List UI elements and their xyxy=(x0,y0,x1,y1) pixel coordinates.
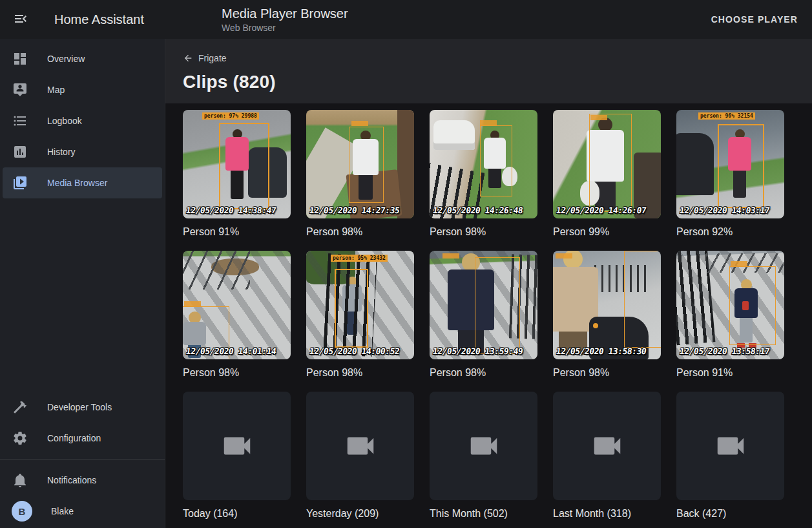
clip-card[interactable]: person: 97% 29988 12/05/2020 14:38:47 Pe… xyxy=(183,110,291,251)
clip-card[interactable]: person: 95% 23432 12/05/2020 14:00:52 Pe… xyxy=(306,251,414,392)
clip-label: Person 99% xyxy=(553,226,661,238)
folder-thumbnail[interactable] xyxy=(553,392,661,500)
detection-box xyxy=(219,123,269,209)
clip-card[interactable]: 12/05/2020 14:01:14 Person 98% xyxy=(183,251,291,392)
clip-card[interactable]: 12/05/2020 14:27:35 Person 98% xyxy=(306,110,414,251)
clip-card[interactable]: 12/05/2020 13:58:30 Person 98% xyxy=(553,251,661,392)
folder-card-this-month[interactable]: This Month (502) xyxy=(430,392,537,528)
folder-card-back[interactable]: Back (427) xyxy=(676,392,784,528)
sidebar-item-developer-tools[interactable]: Developer Tools xyxy=(3,392,162,423)
detection-box xyxy=(729,266,776,345)
clip-label: Person 91% xyxy=(676,366,784,379)
video-camera-icon xyxy=(590,428,625,463)
detection-tag xyxy=(442,253,459,259)
sidebar-item-map[interactable]: Map xyxy=(3,74,162,105)
clip-label: Person 98% xyxy=(306,226,414,238)
media-browser-title: Media Player Browser xyxy=(222,6,348,21)
folder-label: Yesterday (209) xyxy=(306,507,414,520)
clip-thumbnail[interactable]: 12/05/2020 13:58:30 xyxy=(553,251,661,359)
clip-thumbnail[interactable]: person: 95% 23432 12/05/2020 14:00:52 xyxy=(306,251,414,359)
sidebar-item-media-browser[interactable]: Media Browser xyxy=(3,167,162,198)
detection-tag xyxy=(556,253,572,259)
user-name: Blake xyxy=(51,506,74,516)
clip-timestamp: 12/05/2020 13:59:49 xyxy=(432,346,523,356)
sidebar-item-logbook[interactable]: Logbook xyxy=(3,105,162,136)
clip-card[interactable]: 12/05/2020 13:59:49 Person 98% xyxy=(430,251,537,392)
folder-label: Today (164) xyxy=(183,507,291,520)
clip-card[interactable]: person: 96% 32154 12/05/2020 14:03:17 Pe… xyxy=(676,110,784,251)
sidebar-item-configuration[interactable]: Configuration xyxy=(3,423,162,454)
sidebar-item-notifications[interactable]: Notifications xyxy=(3,465,162,496)
detection-tag xyxy=(590,115,607,120)
breadcrumb-back[interactable]: Frigate xyxy=(183,53,227,63)
folder-thumbnail[interactable] xyxy=(183,392,291,500)
folder-label: This Month (502) xyxy=(430,507,537,520)
clip-timestamp: 12/05/2020 13:58:30 xyxy=(556,346,647,356)
sidebar-item-label: History xyxy=(47,147,76,157)
dashboard-icon xyxy=(12,51,28,67)
sidebar-item-label: Logbook xyxy=(47,116,82,126)
clip-thumbnail[interactable]: 12/05/2020 14:26:48 xyxy=(430,110,537,218)
clip-card[interactable]: 12/05/2020 14:26:07 Person 99% xyxy=(553,110,661,251)
sidebar-item-profile[interactable]: B Blake xyxy=(3,496,162,527)
content-header: Frigate Clips (820) xyxy=(165,39,812,103)
clip-timestamp: 12/05/2020 14:26:07 xyxy=(556,206,647,215)
app-title: Home Assistant xyxy=(54,0,144,39)
folder-thumbnail[interactable] xyxy=(676,392,784,500)
clip-label: Person 98% xyxy=(430,226,537,238)
detection-tag xyxy=(184,301,201,306)
video-camera-icon xyxy=(713,428,748,463)
clip-card[interactable]: 12/05/2020 14:26:48 Person 98% xyxy=(430,110,537,251)
detection-tag xyxy=(731,261,747,266)
clip-label: Person 98% xyxy=(430,366,537,379)
clip-thumbnail[interactable]: 12/05/2020 13:59:49 xyxy=(430,251,537,359)
clip-thumbnail[interactable]: 12/05/2020 13:58:17 xyxy=(676,251,784,359)
clip-thumbnail[interactable]: 12/05/2020 14:26:07 xyxy=(553,110,661,218)
clip-label: Person 98% xyxy=(183,366,291,379)
play-box-multiple-icon xyxy=(12,175,28,191)
clip-thumbnail[interactable]: person: 97% 29988 12/05/2020 14:38:47 xyxy=(183,110,291,218)
clip-thumbnail[interactable]: person: 96% 32154 12/05/2020 14:03:17 xyxy=(676,110,784,218)
clip-thumbnail[interactable]: 12/05/2020 14:27:35 xyxy=(306,110,414,218)
clip-timestamp: 12/05/2020 14:27:35 xyxy=(309,206,400,215)
detection-tag xyxy=(480,120,497,125)
detection-box xyxy=(475,257,520,354)
menu-toggle-button[interactable] xyxy=(5,4,36,35)
clip-thumbnail[interactable]: 12/05/2020 14:01:14 xyxy=(183,251,291,359)
clip-card[interactable]: 12/05/2020 13:58:17 Person 91% xyxy=(676,251,784,392)
chart-box-icon xyxy=(12,144,28,160)
folder-thumbnail[interactable] xyxy=(430,392,537,500)
sidebar-item-label: Map xyxy=(47,85,65,95)
avatar: B xyxy=(12,501,32,522)
detection-box xyxy=(624,251,661,348)
choose-player-button[interactable]: CHOOSE PLAYER xyxy=(706,9,803,30)
sidebar-item-overview[interactable]: Overview xyxy=(3,43,162,74)
clip-label: Person 98% xyxy=(306,366,414,379)
clips-area: person: 97% 29988 12/05/2020 14:38:47 Pe… xyxy=(165,103,812,528)
folder-card-last-month[interactable]: Last Month (318) xyxy=(553,392,661,528)
hammer-icon xyxy=(12,399,28,415)
clip-label: Person 92% xyxy=(676,226,784,238)
folder-card-yesterday[interactable]: Yesterday (209) xyxy=(306,392,414,528)
clip-label: Person 91% xyxy=(183,226,291,238)
detection-box xyxy=(480,125,512,196)
video-camera-icon xyxy=(466,428,501,463)
detection-tag xyxy=(351,121,368,126)
detection-tag: person: 95% 23432 xyxy=(331,255,388,262)
main-content: Frigate Clips (820) person: 97% 29988 12… xyxy=(165,0,812,528)
sidebar: Overview Map Logbook History Media Brows… xyxy=(0,39,165,528)
clip-timestamp: 12/05/2020 14:00:52 xyxy=(309,346,400,356)
sidebar-item-history[interactable]: History xyxy=(3,136,162,167)
folder-card-today[interactable]: Today (164) xyxy=(183,392,291,528)
folder-thumbnail[interactable] xyxy=(306,392,414,500)
clip-timestamp: 12/05/2020 14:38:47 xyxy=(185,206,276,215)
detection-tag: person: 96% 32154 xyxy=(698,112,755,120)
clip-timestamp: 12/05/2020 14:03:17 xyxy=(679,206,770,215)
scene-prop xyxy=(433,120,475,150)
sidebar-item-label: Overview xyxy=(47,54,85,64)
gear-icon xyxy=(12,430,28,446)
clips-grid: person: 97% 29988 12/05/2020 14:38:47 Pe… xyxy=(183,110,795,528)
detection-tag: person: 97% 29988 xyxy=(202,112,259,120)
list-bulleted-icon xyxy=(12,113,28,129)
detection-box xyxy=(718,124,764,208)
